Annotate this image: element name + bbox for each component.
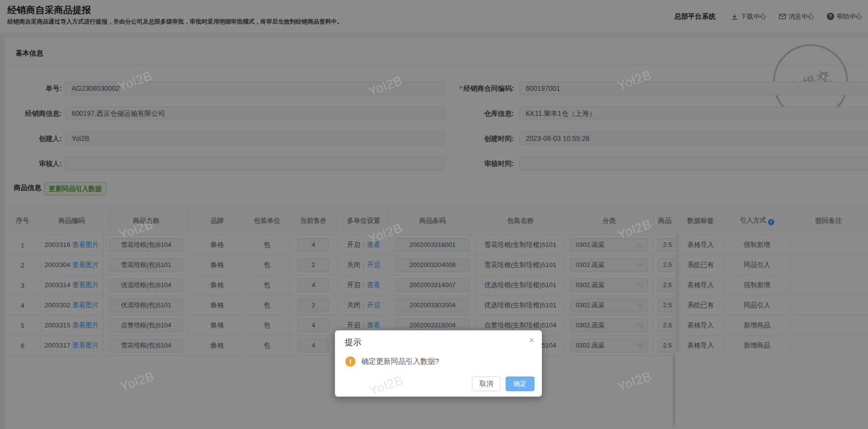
dialog-title: 提示	[345, 337, 361, 348]
dialog-message: 确定更新同品引入数据?	[361, 357, 439, 366]
confirm-button[interactable]: 确定	[506, 376, 535, 391]
close-icon[interactable]: ×	[529, 336, 534, 345]
warning-icon: !	[345, 356, 356, 367]
confirm-dialog: 提示 × ! 确定更新同品引入数据? 取消 确定	[335, 330, 542, 397]
cancel-button[interactable]: 取消	[472, 376, 501, 391]
